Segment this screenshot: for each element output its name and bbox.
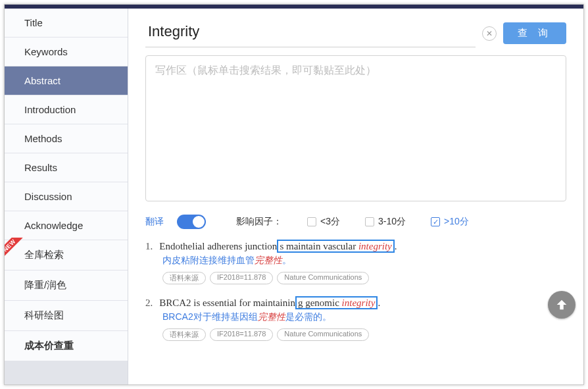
result-chinese: BRCA2对于维持基因组完整性是必需的。 bbox=[162, 311, 566, 323]
tag-journal[interactable]: Nature Communications bbox=[277, 328, 369, 341]
filter-label: 3-10分 bbox=[378, 216, 406, 228]
filter-label: <3分 bbox=[320, 216, 340, 228]
sidebar-item-acknowledge[interactable]: Acknowledge bbox=[5, 211, 128, 240]
impact-factor-label: 影响因子： bbox=[236, 216, 282, 228]
result-item[interactable]: 2. BRCA2 is essential for maintaining ge… bbox=[145, 298, 566, 341]
sidebar-item-methods[interactable]: Methods bbox=[5, 124, 128, 153]
sidebar-item-introduction[interactable]: Introduction bbox=[5, 95, 128, 124]
result-text: BRCA2 is essential for maintainin bbox=[159, 298, 295, 308]
tag-if[interactable]: IF2018=11.878 bbox=[210, 272, 273, 284]
translate-toggle[interactable] bbox=[177, 215, 206, 229]
scroll-top-button[interactable] bbox=[548, 291, 576, 319]
result-text: BRCA2对于维持基因组 bbox=[162, 311, 258, 322]
sidebar: Title Keywords Abstract Introduction Met… bbox=[5, 9, 128, 384]
sidebar-item-all-search[interactable]: NEW 全库检索 bbox=[5, 240, 128, 271]
tag-source[interactable]: 语料来源 bbox=[162, 272, 206, 284]
sidebar-item-label: 全库检索 bbox=[24, 249, 64, 260]
sidebar-item-figures[interactable]: 科研绘图 bbox=[5, 301, 128, 331]
result-text: . bbox=[395, 241, 397, 251]
result-english: BRCA2 is essential for maintaining genom… bbox=[159, 298, 380, 309]
sidebar-item-abstract[interactable]: Abstract bbox=[5, 66, 128, 95]
result-text: . bbox=[378, 298, 380, 308]
filter-3-10[interactable]: 3-10分 bbox=[365, 216, 406, 228]
tag-journal[interactable]: Nature Communications bbox=[277, 272, 369, 284]
checkbox-icon bbox=[365, 217, 374, 226]
tag-row: 语料来源 IF2018=11.878 Nature Communications bbox=[162, 272, 566, 284]
result-number: 2. bbox=[145, 298, 153, 309]
filter-row: 翻译 影响因子： <3分 3-10分 >10分 bbox=[145, 215, 566, 229]
result-text: Endothelial adherens junction bbox=[159, 241, 277, 251]
result-english: Endothelial adherens junctions maintain … bbox=[159, 241, 397, 252]
result-chinese: 内皮粘附连接维持血管完整性。 bbox=[162, 255, 566, 267]
main-panel: ✕ 查 询 翻译 影响因子： <3分 3-10分 >10分 bbox=[128, 9, 583, 384]
sidebar-item-results[interactable]: Results bbox=[5, 153, 128, 182]
term-highlight: 完整性 bbox=[258, 311, 285, 322]
sidebar-item-discussion[interactable]: Discussion bbox=[5, 182, 128, 211]
filter-gt10[interactable]: >10分 bbox=[431, 216, 469, 228]
filter-lt3[interactable]: <3分 bbox=[307, 216, 340, 228]
sidebar-item-title[interactable]: Title bbox=[5, 9, 128, 38]
sidebar-item-rewrite[interactable]: 降重/润色 bbox=[5, 271, 128, 301]
results-list: 1. Endothelial adherens junctions mainta… bbox=[145, 241, 566, 341]
tag-if[interactable]: IF2018=11.878 bbox=[210, 328, 273, 341]
query-button[interactable]: 查 询 bbox=[503, 22, 566, 44]
clear-icon[interactable]: ✕ bbox=[482, 26, 497, 41]
highlight-box: g genomic integrity bbox=[295, 296, 378, 309]
term-highlight: 完整性 bbox=[255, 255, 282, 265]
tag-source[interactable]: 语料来源 bbox=[162, 328, 206, 341]
arrow-up-icon bbox=[554, 298, 569, 312]
sidebar-item-keywords[interactable]: Keywords bbox=[5, 38, 128, 66]
result-text: g genomic bbox=[298, 298, 342, 308]
translate-label: 翻译 bbox=[145, 216, 164, 228]
filter-label: >10分 bbox=[444, 216, 469, 228]
term-highlight: integrity bbox=[342, 298, 376, 308]
result-number: 1. bbox=[145, 241, 153, 252]
result-item[interactable]: 1. Endothelial adherens junctions mainta… bbox=[145, 241, 566, 284]
search-row: ✕ 查 询 bbox=[145, 19, 566, 47]
result-text: 。 bbox=[282, 255, 291, 265]
tag-row: 语料来源 IF2018=11.878 Nature Communications bbox=[162, 328, 566, 341]
term-highlight: integrity bbox=[358, 241, 392, 251]
result-text: 内皮粘附连接维持血管 bbox=[162, 255, 255, 265]
result-text: s maintain vascular bbox=[280, 241, 358, 251]
checkbox-icon bbox=[307, 217, 316, 226]
result-text: 是必需的。 bbox=[285, 311, 331, 322]
sidebar-item-plagiarism[interactable]: 成本价查重 bbox=[5, 331, 128, 361]
checkbox-icon bbox=[431, 217, 440, 226]
highlight-box: s maintain vascular integrity bbox=[277, 240, 394, 253]
search-input[interactable] bbox=[145, 19, 476, 47]
writing-textarea[interactable] bbox=[145, 55, 566, 201]
